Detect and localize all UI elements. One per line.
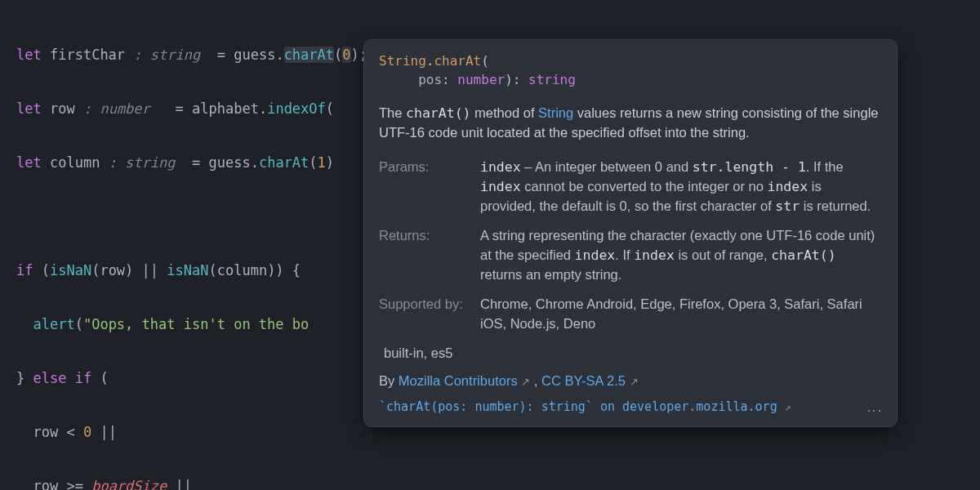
tags: built-in, es5 (364, 339, 897, 367)
external-link-icon: ↗ (630, 376, 639, 388)
hover-documentation-tooltip[interactable]: String.charAt( pos: number): string The … (363, 39, 898, 427)
description: The charAt() method of String values ret… (364, 97, 897, 153)
external-link-icon: ↗ (521, 376, 530, 388)
documentation-link[interactable]: `charAt(pos: number): string` on develop… (364, 394, 897, 426)
contributors-link[interactable]: Mozilla Contributors (399, 373, 518, 388)
more-options-icon[interactable]: ⋮ (864, 403, 885, 418)
hovered-method[interactable]: charAt (284, 47, 334, 63)
params-section: Params: index – An integer between 0 and… (364, 153, 897, 221)
external-link-icon: ↗ (785, 401, 791, 413)
attribution: By Mozilla Contributors ↗ , CC BY-SA 2.5… (364, 367, 897, 394)
returns-section: Returns: A string representing the chara… (364, 221, 897, 290)
supported-section: Supported by: Chrome, Chrome Android, Ed… (364, 290, 897, 339)
code-line[interactable]: row >= boardSize || (16, 473, 964, 490)
license-link[interactable]: CC BY-SA 2.5 (541, 373, 626, 388)
string-type-link[interactable]: String (538, 105, 573, 120)
signature: String.charAt( pos: number): string (364, 40, 897, 97)
